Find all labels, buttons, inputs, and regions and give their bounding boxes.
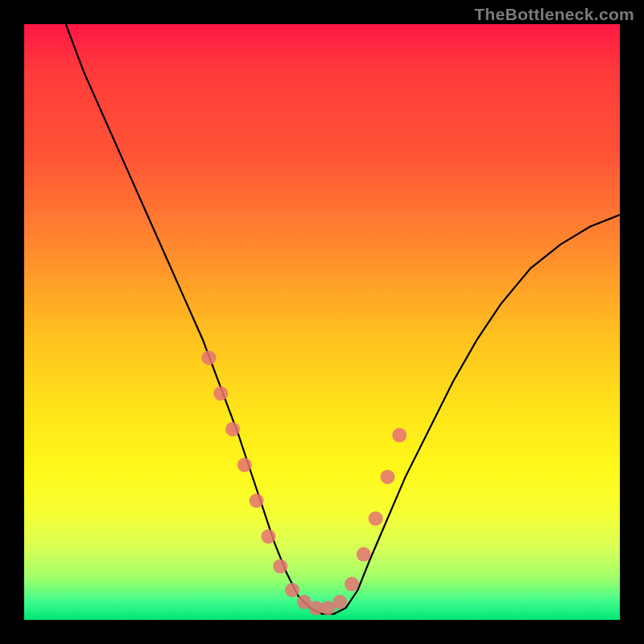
bottleneck-curve-path [66,24,620,614]
marker-dot [392,428,407,443]
marker-dot [225,422,240,436]
marker-dot [369,511,383,526]
marker-dot [357,547,371,562]
marker-dot [380,469,394,484]
marker-group [201,350,407,615]
marker-dot [285,583,299,597]
curve-svg [24,24,620,620]
marker-dot [261,529,275,543]
watermark-text: TheBottleneck.com [474,5,634,24]
plot-area [24,24,620,620]
marker-dot [345,577,359,592]
chart-frame: TheBottleneck.com [0,0,644,644]
marker-dot [332,595,347,609]
marker-dot [273,559,287,573]
marker-dot [250,493,264,508]
marker-dot [237,458,252,473]
marker-dot [201,350,216,365]
marker-dot [213,386,228,401]
